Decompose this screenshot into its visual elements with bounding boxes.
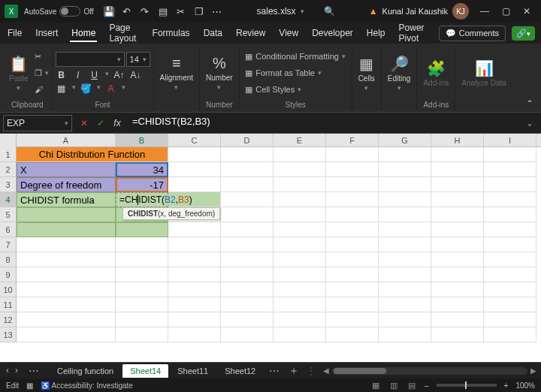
cell[interactable]	[379, 147, 431, 162]
cell[interactable]	[431, 297, 484, 312]
cells-button[interactable]: ▦ Cells ▾	[355, 53, 378, 93]
cell[interactable]	[431, 267, 484, 282]
cell[interactable]	[221, 312, 274, 327]
cell[interactable]	[17, 267, 116, 282]
sheet-next-button[interactable]: ›	[15, 365, 18, 377]
cell[interactable]	[17, 297, 116, 312]
cell[interactable]	[221, 267, 274, 282]
cell[interactable]	[326, 312, 379, 327]
cell[interactable]	[431, 237, 484, 252]
maximize-button[interactable]: ▢	[500, 6, 511, 17]
tab-page-layout[interactable]: Page Layout	[107, 20, 140, 47]
cell-B3[interactable]: -17	[116, 177, 168, 192]
cell-A3[interactable]: Degree of freedom	[17, 177, 116, 192]
col-header[interactable]: H	[431, 134, 484, 146]
search-icon[interactable]: 🔍	[324, 6, 335, 17]
tab-view[interactable]: View	[277, 25, 300, 41]
cell[interactable]	[168, 327, 221, 342]
sheet-prev-button[interactable]: ‹	[6, 365, 9, 377]
select-all-corner[interactable]	[0, 134, 17, 147]
cell[interactable]	[274, 252, 326, 267]
tab-developer[interactable]: Developer	[310, 25, 355, 41]
cell[interactable]	[274, 162, 326, 177]
cell[interactable]	[431, 222, 484, 237]
page-layout-view-button[interactable]: ▥	[388, 381, 399, 390]
cell[interactable]	[484, 312, 536, 327]
editing-button[interactable]: 🔎 Editing ▾	[385, 53, 414, 93]
zoom-level[interactable]: 100%	[515, 381, 535, 390]
cell[interactable]	[168, 237, 221, 252]
cell[interactable]	[379, 252, 431, 267]
cell[interactable]	[221, 147, 274, 162]
sheet-more-button[interactable]: ⋯	[24, 365, 44, 377]
cell[interactable]	[326, 147, 379, 162]
row-header[interactable]: 2	[0, 162, 17, 177]
cell[interactable]	[168, 267, 221, 282]
number-button[interactable]: % Number ▾	[203, 53, 236, 92]
hscroll-right[interactable]: ▶	[530, 366, 536, 375]
col-header[interactable]: A	[17, 134, 116, 146]
col-header[interactable]: I	[484, 134, 536, 146]
save-icon[interactable]: 💾	[103, 5, 115, 17]
cell-styles-button[interactable]: ▦ Cell Styles ▾	[245, 83, 346, 96]
font-color-button[interactable]: A	[105, 83, 117, 94]
col-header[interactable]: B	[116, 134, 168, 146]
bold-button[interactable]: B	[56, 70, 68, 80]
cell[interactable]	[431, 252, 484, 267]
cell[interactable]	[484, 282, 536, 297]
cell[interactable]	[274, 207, 326, 222]
formula-bar-input[interactable]: =CHIDIST(B2,B3)	[129, 116, 521, 131]
decrease-font-button[interactable]: A↓	[130, 70, 142, 80]
undo-icon[interactable]: ↶	[121, 5, 133, 17]
cell[interactable]	[484, 222, 536, 237]
addins-button[interactable]: 🧩 Add-ins	[420, 58, 452, 89]
tab-review[interactable]: Review	[234, 25, 267, 41]
fill-color-button[interactable]: 🪣	[80, 83, 92, 94]
analyze-data-button[interactable]: 📊 Analyze Data	[458, 58, 509, 89]
cell[interactable]	[221, 192, 274, 207]
zoom-out-button[interactable]: –	[425, 381, 429, 390]
horizontal-scrollbar[interactable]	[332, 367, 527, 375]
tab-home[interactable]: Home	[70, 25, 97, 41]
cell[interactable]	[379, 312, 431, 327]
sheet-tabs-overflow[interactable]: ⋯	[264, 365, 284, 377]
format-painter-button[interactable]: 🖌	[35, 83, 49, 96]
col-header[interactable]: D	[221, 134, 274, 146]
cell-A2[interactable]: X	[17, 162, 116, 177]
avatar[interactable]: KJ	[452, 3, 469, 20]
row-header[interactable]: 8	[0, 252, 17, 267]
col-header[interactable]: C	[168, 134, 221, 146]
warning-icon[interactable]: ▲	[369, 6, 378, 17]
copy-button[interactable]: ❐▾	[35, 66, 49, 80]
cell[interactable]	[221, 177, 274, 192]
cell[interactable]	[484, 192, 536, 207]
cell[interactable]	[274, 267, 326, 282]
cell[interactable]	[168, 177, 221, 192]
sheet-tab[interactable]: Sheet12	[217, 364, 263, 378]
page-break-view-button[interactable]: ▤	[407, 381, 417, 390]
cell[interactable]	[221, 237, 274, 252]
share-button[interactable]: 🔗▾	[512, 26, 535, 41]
sheet-tab-active[interactable]: Sheet14	[122, 364, 168, 378]
col-header[interactable]: G	[379, 134, 431, 146]
cell[interactable]	[116, 237, 168, 252]
cell-A1[interactable]: Chi Distribution Function	[17, 147, 168, 162]
cell[interactable]	[484, 297, 536, 312]
cell[interactable]	[116, 282, 168, 297]
cell[interactable]	[274, 327, 326, 342]
normal-view-button[interactable]: ▦	[370, 381, 381, 390]
cell[interactable]	[326, 162, 379, 177]
cell[interactable]	[116, 297, 168, 312]
cell[interactable]	[379, 282, 431, 297]
cell[interactable]	[326, 252, 379, 267]
cell[interactable]	[168, 147, 221, 162]
cut-button[interactable]: ✂	[35, 50, 49, 63]
cell[interactable]	[168, 222, 221, 237]
row-header[interactable]: 5	[0, 207, 17, 222]
close-button[interactable]: ✕	[521, 6, 532, 17]
cell[interactable]	[379, 207, 431, 222]
row-header[interactable]: 9	[0, 267, 17, 282]
cell[interactable]	[274, 237, 326, 252]
name-box[interactable]: EXP▾	[3, 115, 72, 131]
tab-formulas[interactable]: Formulas	[151, 25, 192, 41]
